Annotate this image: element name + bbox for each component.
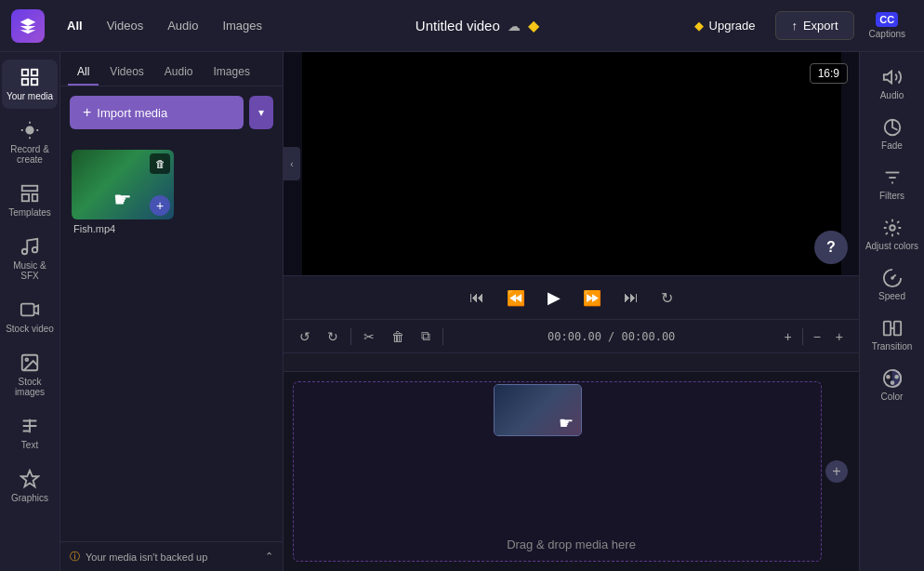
rewind-button[interactable]: ⏪ (503, 286, 529, 311)
panel-tabs: All Videos Audio Images (60, 52, 283, 86)
sidebar-label-stock-images: Stock images (6, 377, 54, 397)
timeline-toolbar: ↺ ↻ ✂ 🗑 ⧉ 00:00.00 / 00:00.00 + − + (284, 320, 859, 353)
cc-badge: CC (876, 12, 898, 27)
svg-point-19 (890, 225, 895, 231)
top-right: ◆ Upgrade ↑ Export CC Captions (681, 8, 913, 43)
sidebar-item-record[interactable]: Record & create (2, 113, 58, 172)
transition-label: Transition (872, 341, 913, 352)
title-area: Untitled video ☁ ◆ (281, 17, 674, 34)
zoom-out-button[interactable]: − (809, 326, 825, 347)
sidebar-item-text[interactable]: Text (2, 408, 58, 458)
sidebar-item-graphics[interactable]: Graphics (2, 461, 58, 511)
aspect-ratio-badge: 16:9 (810, 63, 848, 84)
skip-to-end-button[interactable]: ⏭ (620, 286, 642, 310)
upgrade-button[interactable]: ◆ Upgrade (681, 12, 769, 39)
delete-button[interactable]: 🗑 (387, 326, 409, 347)
sidebar-label-text: Text (21, 440, 38, 450)
svg-rect-7 (33, 194, 38, 201)
svg-rect-21 (883, 322, 890, 336)
import-area: + Import media ▾ (60, 86, 283, 139)
add-track-button[interactable]: + (779, 326, 796, 347)
tab-audio[interactable]: Audio (156, 13, 209, 38)
panel-tab-audio[interactable]: Audio (155, 60, 203, 86)
backup-chevron-icon[interactable]: ⌃ (265, 551, 273, 563)
export-button[interactable]: ↑ Export (775, 11, 853, 40)
tab-videos[interactable]: Videos (96, 13, 155, 38)
upgrade-label: Upgrade (709, 19, 756, 33)
timeline-drop-zone[interactable]: ☛ (293, 381, 822, 562)
collapse-panel-button[interactable]: ‹ (284, 147, 300, 180)
svg-rect-10 (21, 304, 34, 316)
sidebar-label-graphics: Graphics (11, 493, 48, 503)
cut-button[interactable]: ✂ (359, 326, 379, 347)
panel-tab-all[interactable]: All (68, 60, 99, 86)
sidebar-item-music[interactable]: Music & SFX (2, 229, 58, 288)
delete-thumb-button[interactable]: 🗑 (150, 153, 170, 174)
add-to-timeline-button[interactable]: + (150, 195, 170, 216)
svg-point-9 (33, 247, 38, 253)
timeline-ruler (284, 353, 859, 372)
add-to-timeline-button[interactable]: + (825, 460, 848, 483)
svg-rect-5 (22, 186, 38, 192)
filters-label: Filters (879, 191, 904, 201)
redo-button[interactable]: ↻ (323, 326, 343, 347)
speed-label: Speed (878, 291, 905, 301)
right-tool-color[interactable]: Color (862, 361, 923, 409)
sidebar-item-your-media[interactable]: Your media (2, 60, 58, 109)
help-button[interactable]: ? (814, 231, 848, 264)
sidebar-label-record: Record & create (6, 144, 54, 165)
loop-button[interactable]: ↻ (657, 286, 677, 311)
captions-button[interactable]: CC Captions (862, 8, 913, 43)
media-grid: 🗑 ☛ + Fish.mp4 (60, 139, 283, 541)
zoom-in-button[interactable]: + (831, 326, 848, 347)
list-item[interactable]: 🗑 ☛ + Fish.mp4 (72, 150, 174, 234)
svg-rect-22 (893, 322, 900, 336)
export-arrow-icon: ↑ (791, 19, 798, 33)
skip-to-start-button[interactable]: ⏮ (466, 286, 488, 310)
top-tabs: All Videos Audio Images (56, 13, 273, 38)
svg-rect-2 (22, 79, 28, 85)
right-tool-fade[interactable]: Fade (862, 110, 923, 158)
timeline-content: ☛ + Drag & drop media here (284, 372, 859, 571)
right-tool-filters[interactable]: Filters (862, 160, 923, 208)
svg-point-4 (26, 126, 33, 133)
tab-images[interactable]: Images (211, 13, 273, 38)
import-media-button[interactable]: + Import media (70, 96, 244, 129)
right-tool-adjust-colors[interactable]: Adjust colors (862, 210, 923, 259)
main-area: Your media Record & create Templates Mus… (0, 52, 924, 571)
sidebar-item-stock-images[interactable]: Stock images (2, 345, 58, 405)
upgrade-gem-icon: ◆ (694, 19, 704, 33)
media-thumbnail: 🗑 ☛ + (72, 150, 174, 219)
svg-point-8 (22, 249, 28, 255)
svg-point-25 (895, 376, 898, 378)
drop-label-container: Drag & drop media here (284, 536, 859, 552)
fast-forward-button[interactable]: ⏩ (579, 286, 605, 311)
timeline-clip[interactable]: ☛ (494, 384, 582, 436)
svg-rect-0 (22, 70, 28, 75)
undo-button[interactable]: ↺ (295, 326, 315, 347)
playback-controls: ⏮ ⏪ ▶ ⏩ ⏭ ↻ (284, 275, 859, 320)
sidebar-item-templates[interactable]: Templates (2, 176, 58, 225)
thumb-overlay: 🗑 (150, 153, 170, 174)
center-area: ‹ 16:9 ? ⏮ ⏪ ▶ ⏩ ⏭ ↻ ↺ ↻ ✂ 🗑 ⧉ 00:00.00 … (284, 52, 859, 571)
tab-all[interactable]: All (56, 13, 94, 38)
right-tool-audio[interactable]: Audio (862, 60, 923, 108)
svg-point-24 (887, 376, 890, 378)
panel-tab-images[interactable]: Images (205, 60, 259, 86)
video-title: Untitled video (416, 18, 500, 33)
duplicate-button[interactable]: ⧉ (416, 325, 435, 347)
panel-tab-videos[interactable]: Videos (100, 60, 152, 86)
export-label: Export (803, 19, 838, 33)
sidebar-item-stock-video[interactable]: Stock video (2, 292, 58, 341)
svg-marker-14 (883, 72, 891, 84)
svg-rect-1 (32, 70, 37, 75)
right-tool-speed[interactable]: Speed (862, 260, 923, 309)
svg-point-12 (25, 358, 28, 361)
timeline-right-controls: + − + (779, 326, 848, 347)
right-sidebar: Audio Fade Filters Adjust colors (859, 52, 924, 571)
play-button[interactable]: ▶ (544, 284, 564, 312)
sidebar-label-templates: Templates (8, 207, 51, 218)
right-tool-transition[interactable]: Transition (862, 311, 923, 359)
import-dropdown-button[interactable]: ▾ (249, 96, 273, 129)
timecode-display: 00:00.00 / 00:00.00 (451, 330, 772, 343)
